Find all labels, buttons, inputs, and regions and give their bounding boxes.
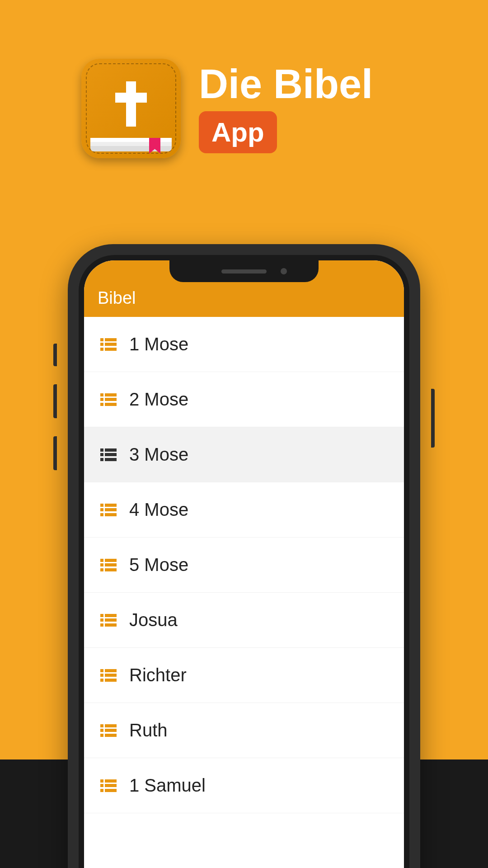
book-name: 1 Samuel [129,775,206,796]
book-item[interactable]: 2 Mose [84,372,404,427]
promo-header: Die Bibel App [0,0,488,158]
list-icon [100,559,117,571]
book-name: Richter [129,665,187,685]
list-icon [100,393,117,406]
book-item[interactable]: Josua [84,593,404,648]
phone-side-button-right [431,389,435,448]
list-icon [100,779,117,792]
book-item[interactable]: Richter [84,648,404,703]
camera-icon [281,268,287,274]
app-header-title: Bibel [98,288,136,308]
book-name: 5 Mose [129,555,188,575]
app-title: Die Bibel [199,64,373,104]
book-name: 3 Mose [129,444,188,465]
cross-icon [115,81,147,127]
book-list[interactable]: 1 Mose2 Mose3 Mose4 Mose5 MoseJosuaRicht… [84,317,404,813]
app-badge: App [199,111,277,153]
book-item[interactable]: 1 Samuel [84,758,404,813]
book-name: 1 Mose [129,334,188,354]
phone-mockup: Bibel 1 Mose2 Mose3 Mose4 Mose5 MoseJosu… [68,244,420,868]
app-icon [81,59,181,158]
book-item[interactable]: 3 Mose [84,427,404,482]
list-icon [100,614,117,627]
book-item[interactable]: 1 Mose [84,317,404,372]
book-name: Josua [129,610,178,630]
book-name: 2 Mose [129,389,188,410]
speaker-icon [221,269,267,274]
list-icon [100,724,117,737]
book-name: Ruth [129,720,168,741]
phone-notch [169,260,319,282]
title-group: Die Bibel App [199,64,373,153]
phone-side-buttons-left [53,344,57,488]
list-icon [100,504,117,516]
book-item[interactable]: Ruth [84,703,404,758]
book-item[interactable]: 4 Mose [84,482,404,538]
phone-screen: Bibel 1 Mose2 Mose3 Mose4 Mose5 MoseJosu… [84,260,404,868]
book-item[interactable]: 5 Mose [84,538,404,593]
list-icon [100,669,117,682]
list-icon [100,338,117,351]
book-name: 4 Mose [129,500,188,520]
list-icon [100,448,117,461]
